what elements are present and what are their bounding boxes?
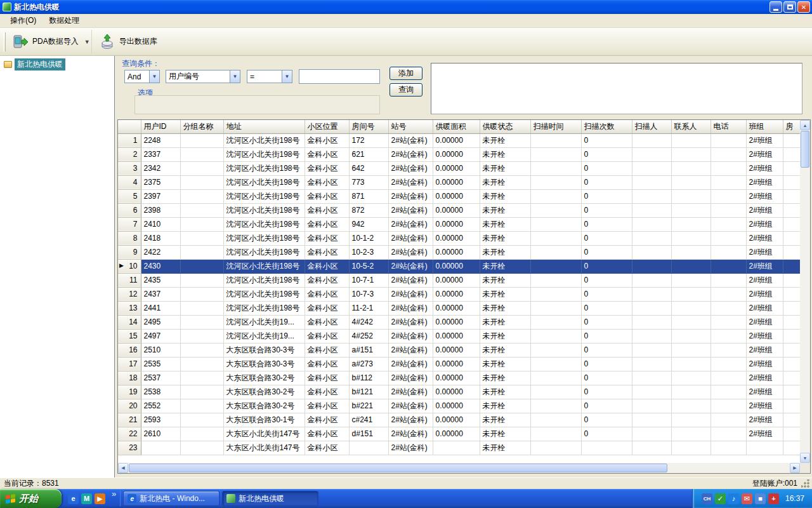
grid-cell[interactable]: 0 <box>581 287 632 301</box>
grid-cell[interactable]: 沈河区小北关街198号 <box>223 259 304 273</box>
grid-cell[interactable]: 0.00000 <box>433 427 480 441</box>
grid-cell[interactable]: 沈河区小北关街198号 <box>223 203 304 217</box>
grid-cell[interactable] <box>746 441 783 455</box>
grid-cell[interactable]: 沈河区小北关街198号 <box>223 301 304 315</box>
grid-cell[interactable]: 2#班组 <box>746 287 783 301</box>
grid-cell[interactable]: 2#站(金科) <box>388 217 433 231</box>
grid-cell[interactable] <box>671 329 710 343</box>
table-row[interactable]: 112435沈河区小北关街198号金科小区10-7-12#站(金科)0.0000… <box>118 273 800 287</box>
grid-cell[interactable]: 金科小区 <box>304 427 349 441</box>
input-method-icon[interactable]: CH <box>702 493 712 504</box>
grid-cell[interactable]: 金科小区 <box>304 413 349 427</box>
grid-cell[interactable] <box>530 189 581 203</box>
grid-cell[interactable] <box>671 133 710 147</box>
grid-cell[interactable]: c#241 <box>349 413 388 427</box>
grid-cell[interactable]: 未开栓 <box>480 399 530 413</box>
scroll-right-icon[interactable]: ▶ <box>790 463 800 473</box>
grid-cell[interactable]: 2435 <box>141 273 180 287</box>
grid-cell[interactable]: 大东区联合路30-2号 <box>223 399 304 413</box>
grid-cell[interactable]: 2#班组 <box>746 357 783 371</box>
grid-cell[interactable] <box>632 203 671 217</box>
grid-cell[interactable]: 2#班组 <box>746 385 783 399</box>
menu-data-processing[interactable]: 数据处理 <box>43 13 86 28</box>
table-row[interactable]: 212593大东区联合路30-1号金科小区c#2412#站(金科)0.00000… <box>118 413 800 427</box>
grid-cell[interactable]: 10-7-1 <box>349 273 388 287</box>
grid-cell[interactable]: 2#站(金科) <box>388 259 433 273</box>
vertical-scroll-thumb[interactable] <box>801 131 809 168</box>
grid-cell[interactable]: 未开栓 <box>480 357 530 371</box>
grid-cell[interactable]: 2#班组 <box>746 189 783 203</box>
export-db-button[interactable]: 导出数据库 <box>95 30 162 54</box>
grid-cell[interactable] <box>530 329 581 343</box>
row-header[interactable]: 12 <box>118 287 141 301</box>
grid-cell[interactable]: 大东区联合路30-3号 <box>223 343 304 357</box>
grid-cell[interactable]: 0 <box>581 161 632 175</box>
grid-cell[interactable] <box>671 217 710 231</box>
grid-cell[interactable]: 金科小区 <box>304 273 349 287</box>
grid-cell[interactable]: 10-5-2 <box>349 259 388 273</box>
grid-cell[interactable] <box>530 245 581 259</box>
grid-cell[interactable] <box>180 315 223 329</box>
volume-icon[interactable]: ♪ <box>728 493 739 504</box>
grid-cell[interactable]: 0.00000 <box>433 217 480 231</box>
grid-cell[interactable] <box>710 343 746 357</box>
grid-cell[interactable]: 2422 <box>141 245 180 259</box>
grid-cell[interactable]: 10-1-2 <box>349 231 388 245</box>
grid-cell[interactable] <box>632 371 671 385</box>
grid-cell[interactable] <box>530 147 581 161</box>
grid-cell[interactable]: 2#班组 <box>746 343 783 357</box>
grid-cell[interactable] <box>783 175 800 189</box>
horizontal-scrollbar[interactable]: ◀ ▶ <box>118 463 800 473</box>
grid-cell[interactable]: 0 <box>581 273 632 287</box>
grid-cell[interactable] <box>530 217 581 231</box>
query-conditions-listbox[interactable] <box>431 63 802 114</box>
grid-cell[interactable] <box>180 203 223 217</box>
grid-cell[interactable]: 0.00000 <box>433 301 480 315</box>
grid-cell[interactable] <box>632 259 671 273</box>
row-header[interactable]: 2 <box>118 147 141 161</box>
network-icon[interactable]: ■ <box>755 493 766 504</box>
grid-cell[interactable]: 2#站(金科) <box>388 189 433 203</box>
grid-cell[interactable] <box>783 385 800 399</box>
grid-cell[interactable] <box>632 217 671 231</box>
column-header-1[interactable]: 分组名称 <box>180 120 223 133</box>
table-row[interactable]: 82418沈河区小北关街198号金科小区10-1-22#站(金科)0.00000… <box>118 231 800 245</box>
grid-cell[interactable] <box>783 217 800 231</box>
grid-cell[interactable]: 2#站(金科) <box>388 301 433 315</box>
table-row[interactable]: 132441沈河区小北关街198号金科小区11-2-12#站(金科)0.0000… <box>118 301 800 315</box>
grid-cell[interactable]: 金科小区 <box>304 315 349 329</box>
grid-cell[interactable]: 2410 <box>141 217 180 231</box>
grid-cell[interactable] <box>783 231 800 245</box>
pda-import-dropdown-arrow[interactable]: ▼ <box>83 30 92 54</box>
grid-cell[interactable] <box>783 203 800 217</box>
grid-cell[interactable]: 未开栓 <box>480 315 530 329</box>
grid-cell[interactable]: 2#班组 <box>746 301 783 315</box>
column-header-11[interactable]: 联系人 <box>671 120 710 133</box>
grid-cell[interactable]: 10-2-3 <box>349 245 388 259</box>
grid-cell[interactable]: 2418 <box>141 231 180 245</box>
grid-cell[interactable]: 0.00000 <box>433 315 480 329</box>
grid-cell[interactable]: 2510 <box>141 343 180 357</box>
grid-cell[interactable]: 未开栓 <box>480 287 530 301</box>
grid-cell[interactable]: 金科小区 <box>304 357 349 371</box>
row-header[interactable]: 13 <box>118 301 141 315</box>
grid-cell[interactable]: 2#班组 <box>746 273 783 287</box>
grid-cell[interactable] <box>783 329 800 343</box>
grid-cell[interactable]: 2#站(金科) <box>388 203 433 217</box>
combo-arrow-icon[interactable]: ▼ <box>230 70 240 83</box>
grid-cell[interactable]: 2#站(金科) <box>388 357 433 371</box>
grid-cell[interactable] <box>632 133 671 147</box>
table-row[interactable]: 162510大东区联合路30-3号金科小区a#1512#站(金科)0.00000… <box>118 343 800 357</box>
grid-cell[interactable]: 0.00000 <box>433 399 480 413</box>
grid-cell[interactable] <box>180 385 223 399</box>
grid-cell[interactable]: 未开栓 <box>480 371 530 385</box>
grid-cell[interactable] <box>671 189 710 203</box>
grid-cell[interactable]: 773 <box>349 175 388 189</box>
grid-cell[interactable] <box>783 287 800 301</box>
grid-cell[interactable]: 0.00000 <box>433 273 480 287</box>
grid-cell[interactable] <box>671 413 710 427</box>
column-header-0[interactable]: 用户ID <box>141 120 180 133</box>
grid-cell[interactable]: 金科小区 <box>304 175 349 189</box>
grid-cell[interactable]: 0 <box>581 203 632 217</box>
grid-cell[interactable] <box>632 273 671 287</box>
